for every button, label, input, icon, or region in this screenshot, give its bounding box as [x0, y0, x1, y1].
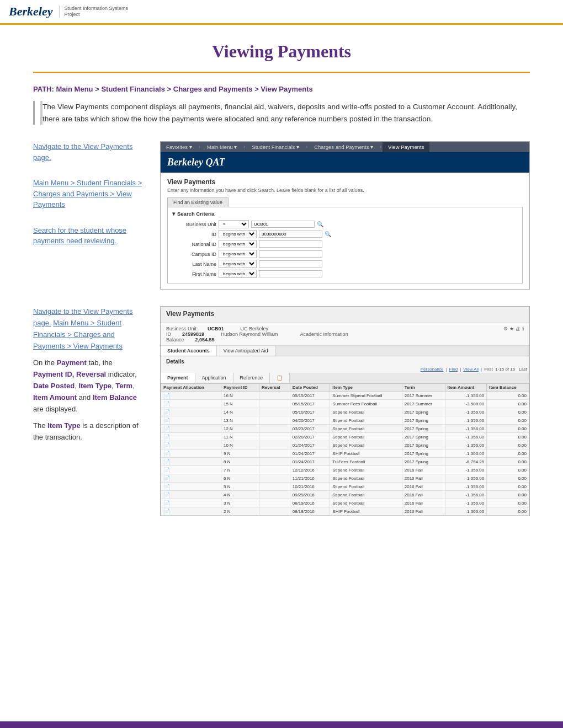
- td-pid: 7 N: [221, 466, 259, 474]
- sim-nav-favorites[interactable]: Favorites ▾: [161, 142, 198, 152]
- td-pa: 📄: [161, 466, 221, 474]
- td-type: Stipend Football: [330, 433, 402, 441]
- sim-nav-charges[interactable]: Charges and Payments ▾: [309, 142, 379, 152]
- td-term: 2017 Spring: [402, 458, 445, 466]
- td-term: 2016 Fall: [402, 499, 445, 507]
- td-pid: 16 N: [221, 392, 259, 400]
- td-type: TuiFees Football: [330, 458, 402, 466]
- sim-action-icons: ⚙ ★ 🖨 ℹ: [503, 326, 524, 331]
- sim-tab-application[interactable]: Application: [195, 373, 233, 383]
- sim-personalize-link[interactable]: Personalize: [421, 367, 444, 372]
- td-term: 2017 Spring: [402, 441, 445, 449]
- sim-site-header: Berkeley QAT: [161, 152, 529, 173]
- td-term: 2017 Summer: [402, 392, 445, 400]
- td-rev: [259, 499, 290, 507]
- sim-lastname-value[interactable]: [259, 260, 322, 267]
- page-title: Viewing Payments: [33, 41, 530, 62]
- td-balance: 0.00: [487, 400, 529, 408]
- footer-bar: [0, 721, 563, 728]
- td-type: Stipend Football: [330, 441, 402, 449]
- th-item-balance: Item Balance: [487, 384, 529, 392]
- th-item-amount: Item Amount: [445, 384, 487, 392]
- table-row: 📄 16 N 05/15/2017 Summer Stipend Footbal…: [161, 392, 529, 400]
- td-amount: -1,356.00: [445, 499, 487, 507]
- berkeley-logo: Berkeley: [9, 4, 52, 19]
- td-amount: -1,356.00: [445, 433, 487, 441]
- sim-tab-extra[interactable]: 📋: [270, 373, 290, 383]
- sim-find-tab[interactable]: Find an Existing Value: [167, 197, 229, 207]
- sim-campid-value[interactable]: [259, 250, 322, 258]
- section-1: Navigate to the View Payments page. Main…: [33, 141, 530, 290]
- menu-path-link[interactable]: Main Menu > Student Financials > Charges…: [33, 178, 144, 210]
- sim-tab-payment[interactable]: Payment: [161, 373, 195, 383]
- td-balance: 0.00: [487, 425, 529, 433]
- left-text-navigate: Navigate to the View Payments page. Main…: [33, 306, 144, 352]
- search-link[interactable]: Search for the student whose payments ne…: [33, 225, 144, 247]
- td-term: 2016 Fall: [402, 483, 445, 491]
- td-pa: 📄: [161, 458, 221, 466]
- sim-firstname-operator[interactable]: begins with: [219, 270, 257, 278]
- left-text-item-type: The Item Type is a description of the tr…: [33, 420, 144, 443]
- td-rev: [259, 483, 290, 491]
- screenshot-1: Favorites ▾ › Main Menu ▾ › Student Fina…: [160, 141, 530, 290]
- path-breadcrumb: PATH: Main Menu > Student Financials > C…: [33, 85, 530, 93]
- sim-lastname-operator[interactable]: begins with: [219, 260, 257, 268]
- sim-firstname-value[interactable]: [259, 270, 322, 277]
- navigate-link[interactable]: Navigate to the View Payments page.: [33, 141, 144, 163]
- th-term: Term: [402, 384, 445, 392]
- sim-id-value[interactable]: [259, 231, 322, 238]
- sim-detail-title: View Payments: [166, 310, 524, 318]
- sim-bu-value[interactable]: [251, 221, 315, 228]
- td-amount: -1,356.00: [445, 392, 487, 400]
- td-type: Summer Stipend Football: [330, 392, 402, 400]
- td-rev: [259, 491, 290, 499]
- td-term: 2017 Spring: [402, 449, 445, 458]
- td-amount: -1,306.00: [445, 507, 487, 516]
- sim-nav-viewpay[interactable]: View Payments: [383, 142, 429, 152]
- td-balance: 0.00: [487, 466, 529, 474]
- td-pa: 📄: [161, 491, 221, 499]
- sim-natid-operator[interactable]: begins with: [219, 240, 257, 248]
- sim-icon-circle[interactable]: ⚙: [503, 326, 508, 331]
- sim-icon-print[interactable]: 🖨: [516, 326, 520, 331]
- td-pa: 📄: [161, 449, 221, 458]
- sim-navbar: Favorites ▾ › Main Menu ▾ › Student Fina…: [161, 142, 529, 152]
- td-term: 2016 Fall: [402, 474, 445, 483]
- header-subtitle: Student Information Systems Project: [59, 6, 128, 18]
- sim-subtab-view-anticipated[interactable]: View Anticipated Aid: [217, 346, 275, 356]
- sim-bu-search-icon[interactable]: 🔍: [317, 221, 323, 227]
- td-pid: 2 N: [221, 507, 259, 516]
- sim-nav-mainmenu[interactable]: Main Menu ▾: [201, 142, 243, 152]
- sim-nav-financials[interactable]: Student Financials ▾: [246, 142, 305, 152]
- sim-find-link[interactable]: Find: [449, 367, 458, 372]
- sim-details-label: Details: [161, 356, 529, 366]
- td-pid: 3 N: [221, 499, 259, 507]
- screenshot-2: View Payments Business Unit UCB01 UC Ber…: [160, 306, 530, 516]
- sim-icon-info[interactable]: ℹ: [522, 326, 524, 331]
- table-row: 📄 14 N 05/10/2017 Stipend Football 2017 …: [161, 408, 529, 416]
- td-amount: -1,356.00: [445, 416, 487, 425]
- sim-viewall-link[interactable]: View All: [463, 367, 479, 372]
- td-pa: 📄: [161, 499, 221, 507]
- description-text: The View Payments component displays all…: [40, 101, 530, 125]
- table-row: 📄 6 N 11/21/2016 Stipend Football 2016 F…: [161, 474, 529, 483]
- td-date: 01/24/2017: [290, 441, 330, 449]
- section-2: Navigate to the View Payments page. Main…: [33, 306, 530, 516]
- sim-detail-header: View Payments: [161, 307, 529, 323]
- sim-id-search-icon[interactable]: 🔍: [325, 231, 331, 237]
- td-date: 05/10/2017: [290, 408, 330, 416]
- td-pid: 10 N: [221, 441, 259, 449]
- sim-natid-value[interactable]: [259, 240, 322, 248]
- td-type: Stipend Football: [330, 466, 402, 474]
- sim-bu-operator[interactable]: =: [219, 220, 249, 228]
- sim-tab-reference[interactable]: Reference: [233, 373, 270, 383]
- td-date: 04/20/2017: [290, 416, 330, 425]
- td-term: 2017 Spring: [402, 433, 445, 441]
- sim-icon-star[interactable]: ★: [509, 326, 514, 331]
- sim-id-operator[interactable]: begins with: [219, 230, 257, 238]
- sim-subtab-student-accounts[interactable]: Student Accounts: [161, 346, 217, 356]
- sim-search-content: View Payments Enter any information you …: [161, 173, 529, 289]
- sim-campid-operator[interactable]: begins with: [219, 250, 257, 258]
- table-row: 📄 9 N 01/24/2017 SHIP Football 2017 Spri…: [161, 449, 529, 458]
- td-type: Stipend Football: [330, 408, 402, 416]
